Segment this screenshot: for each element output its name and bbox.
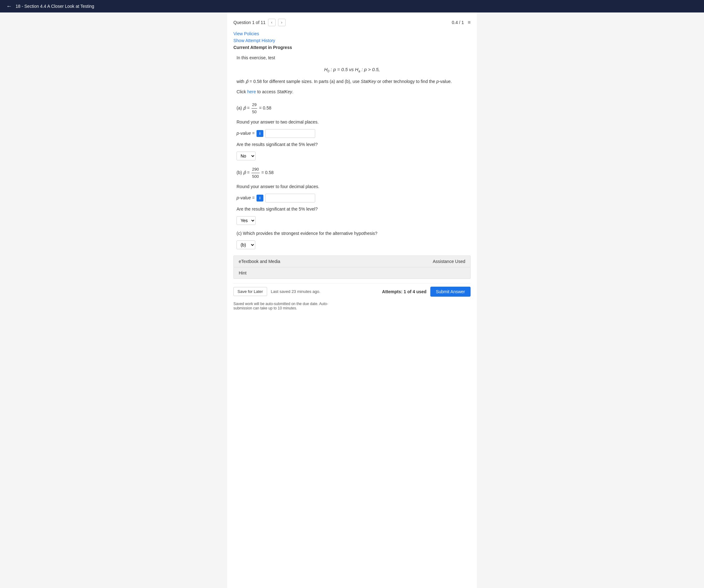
hint-bar: Hint (233, 267, 471, 279)
question-body: In this exercise, test H0 : p = 0.5 vs H… (233, 54, 471, 249)
etextbook-bar: eTextbook and Media Assistance Used (233, 256, 471, 267)
auto-submit-line1: Saved work will be auto-submitted on the… (233, 302, 328, 306)
p-hat-intro: with p̂ = 0.58 for different sample size… (237, 78, 467, 85)
main-content: Question 1 of 11 ‹ › 0.4 / 1 ≡ View Poli… (227, 12, 477, 588)
part-b-significance-question: Are the results significant at the 5% le… (237, 206, 467, 213)
question-label: Question 1 of 11 (233, 20, 266, 25)
auto-submit-line2: submission can take up to 10 minutes. (233, 306, 297, 310)
statkey-name: StatKey (277, 89, 292, 94)
question-intro: In this exercise, test (237, 54, 467, 62)
question-navigation: Question 1 of 11 ‹ › (233, 19, 286, 26)
assistance-label: Assistance Used (433, 259, 465, 264)
view-policies-link[interactable]: View Policies (233, 31, 471, 36)
footer-bar: Save for Later Last saved 23 minutes ago… (233, 283, 471, 300)
submit-answer-button[interactable]: Submit Answer (430, 287, 471, 297)
part-c-select-row: (a) (b) (237, 241, 467, 249)
part-a-significance-question: Are the results significant at the 5% le… (237, 141, 467, 148)
part-b-fraction: 290 500 (251, 166, 259, 180)
question-menu-button[interactable]: ≡ (468, 20, 471, 25)
part-b-label: (b) p̂ = 290 500 = 0.58 (237, 166, 467, 180)
last-saved-label: Last saved 23 minutes ago. (271, 289, 320, 294)
footer-right: Attempts: 1 of 4 used Submit Answer (382, 287, 471, 297)
part-b-pvalue-row: p-value = i (237, 194, 467, 202)
current-attempt-label: Current Attempt in Progress (233, 45, 471, 50)
part-b: (b) p̂ = 290 500 = 0.58 (237, 166, 467, 180)
auto-submit-note: Saved work will be auto-submitted on the… (233, 302, 471, 314)
part-a-pvalue-row: p-value = i (237, 129, 467, 138)
part-b-pvalue-input[interactable] (265, 194, 315, 202)
header-right: 0.4 / 1 ≡ (452, 20, 471, 25)
part-a-round-note: Round your answer to two decimal places. (237, 119, 467, 126)
page-title: 18 - Section 4.4 A Closer Look at Testin… (16, 4, 94, 9)
question-header: Question 1 of 11 ‹ › 0.4 / 1 ≡ (233, 19, 471, 26)
part-b-significance-row: No Yes (237, 216, 467, 225)
show-attempt-history-link[interactable]: Show Attempt History (233, 38, 471, 43)
part-b-fraction-den: 500 (251, 173, 259, 180)
previous-question-button[interactable]: ‹ (268, 19, 276, 26)
part-a-fraction: 29 50 (251, 102, 257, 115)
part-b-significance-select[interactable]: No Yes (237, 216, 255, 225)
statkey-access: Click here to access StatKey. (237, 88, 467, 96)
part-b-info-button[interactable]: i (256, 195, 263, 201)
part-a-pvalue-label: p-value = (237, 130, 255, 137)
next-question-button[interactable]: › (278, 19, 286, 26)
question-score: 0.4 / 1 (452, 20, 464, 25)
back-button[interactable]: ← (6, 3, 12, 10)
top-navigation-bar: ← 18 - Section 4.4 A Closer Look at Test… (0, 0, 704, 12)
attempts-label: Attempts: 1 of 4 used (382, 289, 426, 294)
part-a-info-button[interactable]: i (256, 130, 263, 137)
part-a-equals: = 0.58 (259, 106, 271, 111)
part-a-significance-select[interactable]: No Yes (237, 151, 255, 160)
part-b-fraction-num: 290 (251, 166, 259, 173)
part-b-equals: = 0.58 (261, 170, 273, 175)
part-c-question: (c) Which provides the strongest evidenc… (237, 230, 467, 238)
save-for-later-button[interactable]: Save for Later (233, 287, 267, 296)
hypothesis-display: H0 : p = 0.5 vs Ha : p > 0.5, (237, 66, 467, 74)
part-a-fraction-num: 29 (251, 102, 257, 109)
part-a-pvalue-input[interactable] (265, 129, 315, 138)
statkey-link[interactable]: here (247, 89, 256, 94)
hint-label: Hint (239, 270, 246, 275)
part-a-significance-row: No Yes (237, 151, 467, 160)
part-c-select[interactable]: (a) (b) (237, 241, 255, 249)
part-a-label: (a) p̂ = 29 50 = 0.58 (237, 102, 467, 115)
part-b-pvalue-label: p-value = (237, 194, 255, 202)
back-arrow-icon: ← (6, 3, 12, 9)
etextbook-label: eTextbook and Media (239, 259, 280, 264)
part-b-round-note: Round your answer to four decimal places… (237, 183, 467, 191)
footer-left: Save for Later Last saved 23 minutes ago… (233, 287, 320, 296)
part-a: (a) p̂ = 29 50 = 0.58 (237, 102, 467, 115)
part-a-fraction-den: 50 (251, 109, 257, 115)
